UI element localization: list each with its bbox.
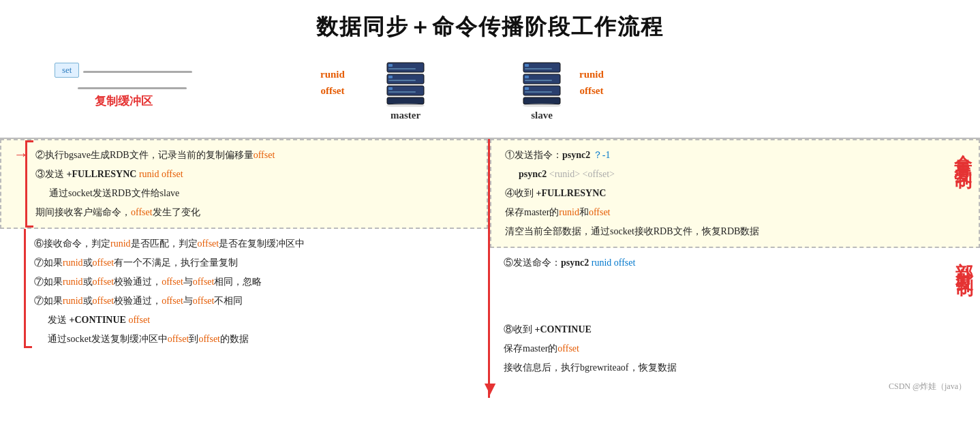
svg-rect-4 (388, 76, 393, 78)
right-white-line1: ⑤发送命令：psync2 runid offset (504, 253, 932, 272)
red-bracket-bottom (24, 229, 32, 348)
left-yellow-line1: ②执行bgsave生成RDB文件，记录当前的复制偏移量offset (35, 146, 446, 165)
buffer-label: 复制缓冲区 (95, 93, 153, 109)
left-white-line3: ⑦如果runid或offset校验通过，offset与offset相同，忽略 (34, 272, 474, 292)
left-white-line2: ⑦如果runid或offset有一个不满足，执行全量复制 (34, 253, 474, 272)
slave-server: slave (518, 59, 566, 121)
svg-rect-12 (525, 64, 529, 67)
csdn-watermark: CSDN @炸娃（java） (889, 381, 966, 392)
left-yellow-section: → ②执行bgsave生成RDB文件，记录当前的复制偏移量offset ③发送 … (0, 139, 488, 229)
left-yellow-line3: 通过socket发送RDB文件给slave (35, 184, 446, 203)
left-white-section: ⑥接收命令，判定runid是否匹配，判定offset是否在复制缓冲区中 ⑦如果r… (0, 229, 488, 369)
right-yellow-line5: 清空当前全部数据，通过socket接收RDB文件，恢复RDB数据 (505, 222, 931, 241)
master-runid-offset: runid offset (320, 66, 345, 99)
svg-rect-13 (525, 68, 552, 69)
svg-rect-6 (387, 86, 424, 95)
center-down-arrow: ▼ (480, 377, 500, 399)
master-runid: runid (320, 66, 345, 82)
spacer (504, 272, 932, 320)
buffer-area: set 复制缓冲区 (55, 63, 192, 109)
svg-rect-2 (388, 68, 416, 69)
right-panel: 全量复制 ①发送指令：psync2 ？-1 psync2 <runid> <of… (490, 139, 980, 398)
left-white-line6: 通过socket发送复制缓冲区中offset到offset的数据 (34, 330, 474, 349)
page-title: 数据同步＋命令传播阶段工作流程 (0, 0, 980, 49)
left-white-line5: 发送 +CONTINUE offset (34, 311, 474, 330)
svg-rect-3 (387, 74, 424, 84)
right-white-line2: ⑧收到 +CONTINUE (504, 320, 932, 339)
master-offset: offset (320, 82, 345, 99)
right-yellow-line3: ④收到 +FULLRESYNC (505, 184, 931, 203)
left-yellow-line2: ③发送 +FULLRESYNC runid offset (35, 165, 446, 184)
slave-runid-offset: runid offset (579, 66, 604, 99)
right-yellow-line1: ①发送指令：psync2 ？-1 (505, 146, 931, 165)
slave-runid: runid (579, 66, 604, 82)
svg-rect-14 (523, 74, 560, 84)
master-server: master (382, 59, 429, 121)
svg-rect-20 (523, 97, 560, 104)
right-white-line4: 接收信息后，执行bgrewriteaof，恢复数据 (504, 358, 932, 377)
right-white-line3: 保存master的offset (504, 339, 932, 358)
left-white-line1: ⑥接收命令，判定runid是否匹配，判定offset是否在复制缓冲区中 (34, 234, 474, 253)
left-panel: → ②执行bgsave生成RDB文件，记录当前的复制偏移量offset ③发送 … (0, 139, 490, 398)
set-button[interactable]: set (55, 63, 79, 78)
right-yellow-line4: 保存master的runid和offset (505, 203, 931, 222)
svg-rect-15 (525, 76, 529, 78)
slave-label: slave (518, 110, 566, 121)
svg-rect-17 (523, 86, 560, 95)
partial-replication-label: 部分复制 (952, 248, 976, 398)
svg-rect-7 (388, 87, 393, 90)
slave-offset: offset (579, 82, 604, 99)
svg-rect-18 (525, 87, 529, 90)
full-replication-label: 全量复制 (951, 140, 975, 247)
red-bracket-top (25, 140, 33, 228)
left-white-line4: ⑦如果runid或offset校验通过，offset与offset不相同 (34, 292, 474, 311)
svg-rect-11 (523, 63, 560, 72)
right-yellow-line2: psync2 <runid> <offset> (505, 165, 931, 184)
svg-rect-9 (387, 97, 424, 104)
slave-server-icon (518, 59, 566, 107)
master-label: master (382, 110, 429, 121)
svg-rect-19 (525, 91, 552, 93)
svg-rect-8 (388, 91, 416, 93)
svg-rect-5 (388, 80, 416, 81)
svg-rect-16 (525, 80, 552, 81)
right-yellow-section: 全量复制 ①发送指令：psync2 ？-1 psync2 <runid> <of… (490, 139, 980, 248)
svg-rect-0 (387, 63, 424, 72)
header-diagram: set 复制缓冲区 runid offset (0, 49, 980, 138)
svg-rect-1 (388, 64, 393, 67)
main-content: → ②执行bgsave生成RDB文件，记录当前的复制偏移量offset ③发送 … (0, 138, 980, 398)
right-white-section: 部分复制 ⑤发送命令：psync2 runid offset ⑧收到 +CONT… (490, 248, 980, 398)
page-wrapper: 数据同步＋命令传播阶段工作流程 set 复制缓冲区 runid offset (0, 0, 980, 436)
left-yellow-line4: 期间接收客户端命令，offset发生了变化 (35, 203, 446, 222)
master-server-icon (382, 59, 429, 107)
